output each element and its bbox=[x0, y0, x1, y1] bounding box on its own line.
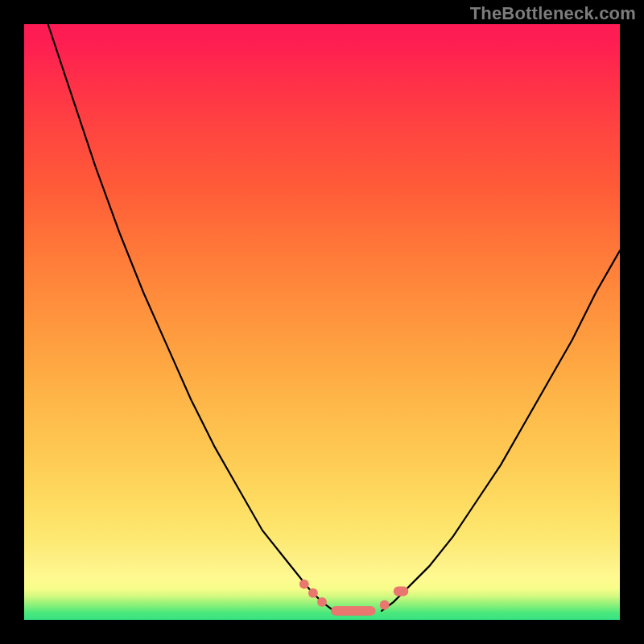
watermark-text: TheBottleneck.com bbox=[470, 3, 636, 24]
data-marker-point bbox=[380, 601, 390, 610]
plot-area bbox=[24, 24, 620, 620]
data-marker-point bbox=[317, 597, 327, 607]
curve-left bbox=[48, 24, 334, 611]
data-marker-point bbox=[299, 580, 309, 589]
data-marker-bar bbox=[394, 587, 409, 597]
curve-right bbox=[382, 250, 620, 611]
chart-svg bbox=[24, 24, 620, 620]
data-marker-bar bbox=[331, 606, 376, 616]
markers-group bbox=[299, 580, 408, 616]
chart-frame: TheBottleneck.com bbox=[0, 0, 644, 644]
data-marker-point bbox=[308, 588, 318, 598]
